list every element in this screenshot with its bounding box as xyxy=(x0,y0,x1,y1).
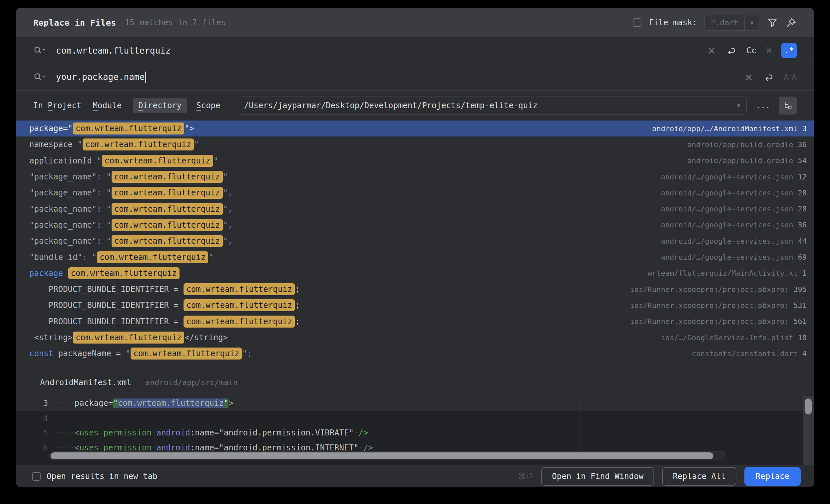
result-code: "package_name": "com.wrteam.flutterquiz"… xyxy=(29,221,232,230)
result-row[interactable]: "package_name": "com.wrteam.flutterquiz"… xyxy=(16,185,814,201)
match-case-toggle[interactable]: Cc xyxy=(746,45,756,55)
replace-button[interactable]: Replace xyxy=(744,467,801,486)
browse-directory-button[interactable]: ... xyxy=(753,97,773,114)
result-row[interactable]: "package_name": "com.wrteam.flutterquiz"… xyxy=(16,201,814,217)
file-mask-value: *.dart xyxy=(705,18,744,27)
result-row[interactable]: PRODUCT_BUNDLE_IDENTIFIER = com.wrteam.f… xyxy=(16,281,814,297)
preserve-case-toggle[interactable]: A›A xyxy=(784,72,797,82)
result-code: const packageName = "com.wrteam.flutterq… xyxy=(29,349,252,358)
result-code: "bundle_id": "com.wrteam.flutterquiz" xyxy=(29,253,214,262)
result-code: PRODUCT_BUNDLE_IDENTIFIER = com.wrteam.f… xyxy=(29,301,300,310)
replace-input[interactable]: your.package.name xyxy=(56,72,146,83)
result-location: android/…/google-services.json12 xyxy=(661,173,807,181)
result-row[interactable]: PRODUCT_BUNDLE_IDENTIFIER = com.wrteam.f… xyxy=(16,313,814,330)
preview-editor[interactable]: 3····package="com.wrteam.flutterquiz">45… xyxy=(16,396,814,465)
result-row[interactable]: package="com.wrteam.flutterquiz">android… xyxy=(16,121,814,136)
vertical-scrollbar[interactable] xyxy=(803,396,814,465)
search-icon[interactable] xyxy=(33,45,46,56)
code-line[interactable]: 3····package="com.wrteam.flutterquiz"> xyxy=(16,396,814,411)
result-code: "package_name": "com.wrteam.flutterquiz"… xyxy=(29,204,232,214)
horizontal-scrollbar[interactable] xyxy=(49,451,726,460)
dialog-titlebar: Replace in Files 15 matches in 7 files F… xyxy=(16,8,814,37)
result-row[interactable]: <string>com.wrteam.flutterquiz</string>i… xyxy=(16,330,814,345)
project-structure-icon[interactable] xyxy=(779,97,797,114)
horizontal-scrollbar-thumb[interactable] xyxy=(51,452,713,459)
result-code: PRODUCT_BUNDLE_IDENTIFIER = com.wrteam.f… xyxy=(29,317,300,326)
regex-toggle[interactable]: .* xyxy=(781,43,797,58)
code-line[interactable]: 5····<uses-permission·android:name="andr… xyxy=(16,426,814,440)
pin-icon[interactable] xyxy=(786,17,797,28)
replace-field-row[interactable]: your.package.name × A›A xyxy=(16,64,814,91)
result-row[interactable]: namespace "com.wrteam.flutterquiz"androi… xyxy=(16,136,814,153)
filter-icon[interactable] xyxy=(767,17,778,28)
words-toggle[interactable]: W xyxy=(766,45,771,55)
file-mask-checkbox[interactable] xyxy=(633,18,641,27)
result-location: android/…/google-services.json36 xyxy=(661,221,807,229)
result-code: PRODUCT_BUNDLE_IDENTIFIER = com.wrteam.f… xyxy=(29,284,300,294)
newline-icon[interactable] xyxy=(726,45,736,56)
scope-mode-project[interactable]: In Project xyxy=(33,101,82,110)
open-results-checkbox[interactable] xyxy=(32,472,41,481)
text-caret xyxy=(145,72,146,83)
result-code: namespace "com.wrteam.flutterquiz" xyxy=(29,140,199,149)
result-location: android/…/google-services.json20 xyxy=(661,189,807,197)
open-results-label: Open results in new tab xyxy=(46,472,157,481)
preview-header: AndroidManifest.xml android/app/src/main xyxy=(16,369,814,396)
line-number: 3 xyxy=(16,396,48,411)
directory-path-combo[interactable]: /Users/jayparmar/Desktop/Development/Pro… xyxy=(238,97,747,114)
editor-margin-ruler xyxy=(579,396,580,451)
results-list: package="com.wrteam.flutterquiz">android… xyxy=(16,121,814,362)
code-text: ····package="com.wrteam.flutterquiz"> xyxy=(48,396,233,411)
scope-mode-directory[interactable]: Directory xyxy=(133,98,187,113)
result-code: package com.wrteam.flutterquiz xyxy=(29,269,180,278)
replace-search-icon[interactable] xyxy=(33,72,46,83)
clear-replace-icon[interactable]: × xyxy=(745,72,753,82)
result-location: android/app/…/AndroidManifest.xml3 xyxy=(652,125,807,133)
footer-bar: Open results in new tab ⌘⏎ Open in Find … xyxy=(16,465,814,488)
result-row[interactable]: "package_name": "com.wrteam.flutterquiz"… xyxy=(16,233,814,249)
result-code: applicationId "com.wrteam.flutterquiz" xyxy=(29,156,218,165)
result-code: "package_name": "com.wrteam.flutterquiz"… xyxy=(29,236,232,246)
page-title: Replace in Files xyxy=(33,18,116,28)
result-location: ios/…/GoogleService-Info.plist18 xyxy=(661,334,807,342)
chevron-down-icon: ▾ xyxy=(750,19,754,27)
file-mask-combo[interactable]: *.dart ▾ xyxy=(704,15,759,31)
preview-filepath: android/app/src/main xyxy=(146,378,238,387)
result-location: android/…/google-services.json69 xyxy=(661,253,807,261)
code-line[interactable]: 4 xyxy=(16,411,814,426)
result-location: ios/Runner.xcodeproj/project.pbxproj531 xyxy=(630,301,807,310)
chevron-down-icon[interactable]: ▾ xyxy=(737,102,740,109)
result-location: android/app/build.gradle54 xyxy=(688,157,807,165)
directory-path: /Users/jayparmar/Desktop/Development/Pro… xyxy=(244,101,737,110)
result-location: ios/Runner.xcodeproj/project.pbxproj561 xyxy=(630,317,807,326)
match-summary: 15 matches in 7 files xyxy=(125,18,226,27)
result-code: "package_name": "com.wrteam.flutterquiz"… xyxy=(29,188,232,197)
result-row[interactable]: package com.wrteam.flutterquizwrteam/flu… xyxy=(16,265,814,281)
result-location: android/app/build.gradle36 xyxy=(688,140,807,149)
replace-all-button[interactable]: Replace All xyxy=(662,467,736,486)
result-row[interactable]: const packageName = "com.wrteam.flutterq… xyxy=(16,345,814,362)
result-row[interactable]: "bundle_id": "com.wrteam.flutterquiz"and… xyxy=(16,249,814,265)
preview-filename: AndroidManifest.xml xyxy=(40,378,132,387)
line-number: 5 xyxy=(16,426,48,440)
search-field-row[interactable]: com.wrteam.flutterquiz × Cc W .* xyxy=(16,37,814,64)
result-location: android/…/google-services.json28 xyxy=(661,205,807,213)
open-in-find-window-button[interactable]: Open in Find Window xyxy=(541,467,654,486)
code-text xyxy=(48,411,55,426)
shortcut-hint: ⌘⏎ xyxy=(518,472,532,481)
replace-in-files-dialog: Replace in Files 15 matches in 7 files F… xyxy=(16,8,814,488)
scope-row: In ProjectModuleDirectoryScope /Users/ja… xyxy=(16,91,814,121)
result-code: "package_name": "com.wrteam.flutterquiz" xyxy=(29,172,228,181)
replace-newline-icon[interactable] xyxy=(763,72,774,82)
result-row[interactable]: PRODUCT_BUNDLE_IDENTIFIER = com.wrteam.f… xyxy=(16,297,814,313)
result-code: <string>com.wrteam.flutterquiz</string> xyxy=(29,333,228,342)
result-location: constants/constants.dart4 xyxy=(692,349,807,358)
search-input[interactable]: com.wrteam.flutterquiz xyxy=(56,45,170,56)
result-row[interactable]: "package_name": "com.wrteam.flutterquiz"… xyxy=(16,169,814,185)
vertical-scrollbar-thumb[interactable] xyxy=(805,399,812,414)
result-row[interactable]: applicationId "com.wrteam.flutterquiz"an… xyxy=(16,153,814,169)
result-row[interactable]: "package_name": "com.wrteam.flutterquiz"… xyxy=(16,217,814,233)
clear-search-icon[interactable]: × xyxy=(707,45,716,56)
scope-mode-module[interactable]: Module xyxy=(93,101,122,110)
scope-mode-scope[interactable]: Scope xyxy=(196,101,220,110)
